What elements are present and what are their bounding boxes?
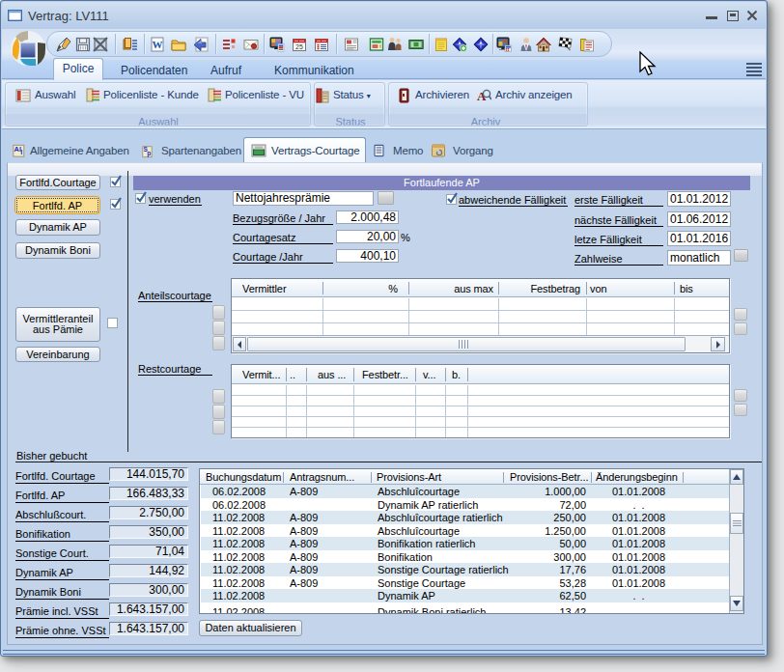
svg-text:W: W (153, 39, 163, 50)
svg-text:p: p (147, 150, 151, 157)
svg-text:25: 25 (295, 43, 303, 50)
svg-text:l: l (20, 148, 22, 156)
